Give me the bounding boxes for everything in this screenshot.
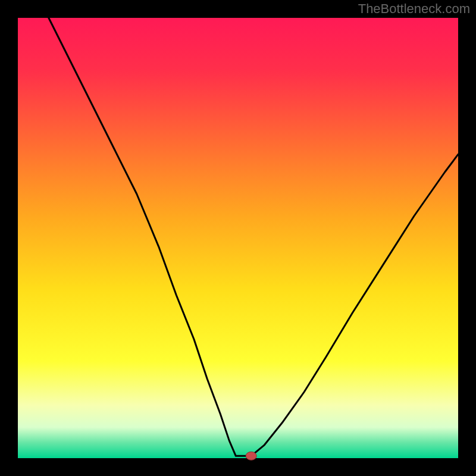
chart-svg <box>0 0 476 476</box>
plot-background <box>18 18 458 458</box>
bottleneck-chart: TheBottleneck.com <box>0 0 476 476</box>
watermark-text: TheBottleneck.com <box>358 1 470 17</box>
optimum-marker <box>246 452 256 460</box>
